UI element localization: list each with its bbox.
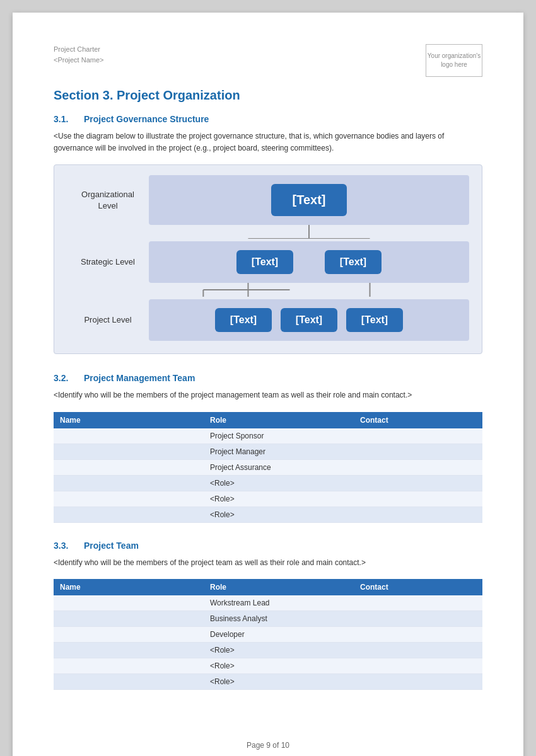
org-level-organizational: OrganizationalLevel bbox=[67, 189, 149, 212]
page-footer: Page 9 of 10 bbox=[13, 741, 523, 750]
org-node-3-1[interactable]: [Text] bbox=[215, 308, 272, 332]
table-cell bbox=[354, 428, 482, 444]
table-cell: <Role> bbox=[204, 507, 354, 522]
section-title: Section 3. Project Organization bbox=[54, 88, 482, 103]
table-cell bbox=[354, 444, 482, 459]
table-cell bbox=[354, 610, 482, 626]
table-cell bbox=[54, 610, 204, 626]
table-row: Project Assurance bbox=[54, 459, 482, 475]
team-col-role: Role bbox=[204, 579, 354, 595]
table-cell: <Role> bbox=[204, 491, 354, 507]
doc-title-line1: Project Charter bbox=[54, 44, 103, 55]
table-cell bbox=[354, 491, 482, 507]
table-row: Workstream Lead bbox=[54, 595, 482, 611]
org-chart: OrganizationalLevel [Text] bbox=[54, 164, 482, 354]
management-team-table: Name Role Contact Project SponsorProject… bbox=[54, 412, 482, 523]
logo-box: Your organization's logo here bbox=[426, 44, 482, 77]
table-row: <Role> bbox=[54, 491, 482, 507]
org-level-strategic: Strategic Level bbox=[67, 256, 149, 268]
table-cell: <Role> bbox=[204, 642, 354, 658]
subsection-3-1-label: Project Governance Structure bbox=[84, 114, 209, 124]
table-cell bbox=[354, 459, 482, 475]
table-cell: Project Sponsor bbox=[204, 428, 354, 444]
table-cell: <Role> bbox=[204, 475, 354, 491]
connector-1-2 bbox=[149, 225, 469, 239]
org-node-1[interactable]: [Text] bbox=[271, 184, 347, 216]
table-cell: Workstream Lead bbox=[204, 595, 354, 611]
table-cell bbox=[354, 595, 482, 611]
management-team-table-section: Name Role Contact Project SponsorProject… bbox=[54, 412, 482, 523]
table-row: <Role> bbox=[54, 475, 482, 491]
project-team-table: Name Role Contact Workstream LeadBusines… bbox=[54, 579, 482, 690]
subsection-3-1-number: 3.1. bbox=[54, 114, 73, 124]
table-row: Project Sponsor bbox=[54, 428, 482, 444]
subsection-3-1-title: 3.1. Project Governance Structure bbox=[54, 114, 482, 124]
table-cell bbox=[54, 444, 204, 459]
mgmt-col-name: Name bbox=[54, 412, 204, 428]
table-cell bbox=[354, 642, 482, 658]
table-cell bbox=[54, 475, 204, 491]
table-row: <Role> bbox=[54, 507, 482, 522]
table-cell bbox=[54, 459, 204, 475]
org-node-2-2[interactable]: [Text] bbox=[325, 250, 382, 274]
org-node-2-1[interactable]: [Text] bbox=[236, 250, 293, 274]
subsection-3-2-label: Project Management Team bbox=[84, 373, 195, 383]
subsection-3-3-number: 3.3. bbox=[54, 541, 73, 551]
org-node-3-3[interactable]: [Text] bbox=[346, 308, 403, 332]
table-cell bbox=[54, 491, 204, 507]
connector-2-3 bbox=[149, 283, 469, 297]
subsection-3-2-title: 3.2. Project Management Team bbox=[54, 373, 482, 383]
table-row: <Role> bbox=[54, 673, 482, 689]
table-cell bbox=[54, 642, 204, 658]
doc-title: Project Charter <Project Name> bbox=[54, 44, 103, 65]
table-cell bbox=[54, 507, 204, 522]
table-cell bbox=[54, 658, 204, 673]
table-cell bbox=[354, 673, 482, 689]
subsection-3-2-number: 3.2. bbox=[54, 373, 73, 383]
table-cell bbox=[354, 626, 482, 642]
table-row: <Role> bbox=[54, 642, 482, 658]
table-row: Business Analyst bbox=[54, 610, 482, 626]
project-team-table-section: Name Role Contact Workstream LeadBusines… bbox=[54, 579, 482, 690]
table-cell bbox=[354, 507, 482, 522]
page-header: Project Charter <Project Name> Your orga… bbox=[54, 44, 482, 77]
table-row: <Role> bbox=[54, 658, 482, 673]
subsection-3-1-desc: <Use the diagram below to illustrate the… bbox=[54, 130, 482, 154]
team-col-name: Name bbox=[54, 579, 204, 595]
table-cell: <Role> bbox=[204, 673, 354, 689]
table-row: Project Manager bbox=[54, 444, 482, 459]
table-row: Developer bbox=[54, 626, 482, 642]
table-cell: Developer bbox=[204, 626, 354, 642]
logo-text: Your organization's logo here bbox=[426, 52, 482, 69]
table-cell: Business Analyst bbox=[204, 610, 354, 626]
mgmt-col-contact: Contact bbox=[354, 412, 482, 428]
org-node-3-2[interactable]: [Text] bbox=[281, 308, 337, 332]
subsection-3-3-desc: <Identify who will be the members of the… bbox=[54, 557, 482, 569]
subsection-3-2-desc: <Identify who will be the members of the… bbox=[54, 389, 482, 401]
table-cell bbox=[54, 626, 204, 642]
table-cell bbox=[54, 673, 204, 689]
table-cell: Project Assurance bbox=[204, 459, 354, 475]
doc-title-line2: <Project Name> bbox=[54, 55, 103, 66]
page-number: Page 9 of 10 bbox=[247, 741, 289, 750]
table-cell bbox=[54, 595, 204, 611]
table-cell bbox=[354, 475, 482, 491]
subsection-3-3-label: Project Team bbox=[84, 541, 139, 551]
table-cell: <Role> bbox=[204, 658, 354, 673]
mgmt-col-role: Role bbox=[204, 412, 354, 428]
table-cell bbox=[354, 658, 482, 673]
table-cell bbox=[54, 428, 204, 444]
org-level-project: Project Level bbox=[67, 314, 149, 326]
subsection-3-3-title: 3.3. Project Team bbox=[54, 541, 482, 551]
page: Project Charter <Project Name> Your orga… bbox=[13, 13, 523, 756]
table-cell: Project Manager bbox=[204, 444, 354, 459]
team-col-contact: Contact bbox=[354, 579, 482, 595]
